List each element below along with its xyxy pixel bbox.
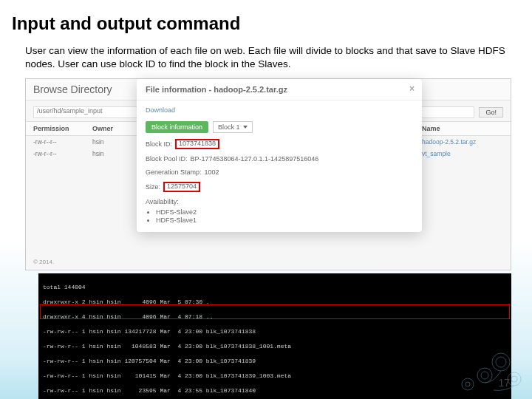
- block-info-badge: Block information: [146, 121, 208, 133]
- list-item: HDFS-Slave2: [156, 208, 413, 216]
- terminal-highlight-box: [40, 304, 510, 319]
- block-id-value-highlight: 1073741838: [175, 139, 219, 149]
- cell-permission: -rw-r--r--: [33, 138, 92, 146]
- terminal-line: -rw-rw-r-- 1 hsin hsin 134217728 Mar 4 2…: [43, 328, 507, 335]
- copyright-text: © 2014.: [33, 259, 54, 265]
- slide-title: Input and output command: [0, 0, 532, 40]
- block-select-value: Block 1: [218, 123, 240, 131]
- cell-permission: -rw-r--r--: [33, 150, 92, 157]
- download-link[interactable]: Download: [146, 106, 413, 114]
- col-name: Name: [422, 125, 503, 132]
- terminal-line: -rw-rw-r-- 1 hsin hsin 23595 Mar 4 23:55…: [43, 387, 507, 395]
- terminal-line: -rw-rw-r-- 1 hsin hsin 1048583 Mar 4 23:…: [43, 343, 507, 350]
- cell-name-link[interactable]: vt_sample: [422, 150, 503, 157]
- svg-point-5: [511, 376, 517, 382]
- block-pool-label: Block Pool ID:: [146, 155, 188, 163]
- block-pool-value: BP-1774538064-127.0.1.1-1425897516046: [191, 155, 319, 163]
- modal-title: File information - hadoop-2.5.2.tar.gz: [146, 85, 287, 94]
- chevron-down-icon: [243, 126, 248, 129]
- terminal-line: -rw-rw-r-- 1 hsin hsin 120757504 Mar 4 2…: [43, 358, 507, 365]
- go-button[interactable]: Go!: [479, 107, 503, 117]
- block-id-label: Block ID:: [146, 140, 172, 148]
- gen-stamp-label: Generation Stamp:: [146, 168, 202, 176]
- browser-panel: Browse Directory /user/hd/sample_input G…: [25, 78, 511, 270]
- screenshot-composite: Browse Directory /user/hd/sample_input G…: [25, 78, 511, 270]
- modal-header: File information - hadoop-2.5.2.tar.gz ×: [137, 79, 422, 100]
- file-info-modal: File information - hadoop-2.5.2.tar.gz ×…: [137, 79, 422, 232]
- terminal-line: -rw-rw-r-- 1 hsin hsin 101415 Mar 4 23:0…: [43, 372, 507, 380]
- size-value-highlight: 12575704: [163, 182, 200, 192]
- page-number: 17: [498, 377, 510, 389]
- close-icon[interactable]: ×: [409, 83, 415, 94]
- cell-name-link[interactable]: hadoop-2.5.2.tar.gz: [422, 138, 503, 146]
- size-label: Size:: [146, 183, 160, 191]
- slide-body-text: User can view the information of each fi…: [0, 40, 532, 71]
- availability-list: HDFS-Slave2 HDFS-Slave1: [156, 208, 413, 224]
- block-select[interactable]: Block 1: [213, 121, 253, 133]
- list-item: HDFS-Slave1: [156, 216, 413, 224]
- terminal-output: total 144004 drwxrwxr-x 2 hsin hsin 4096…: [38, 273, 511, 399]
- col-permission: Permission: [33, 125, 92, 132]
- gen-stamp-value: 1002: [205, 168, 219, 176]
- terminal-line: total 144004: [43, 284, 507, 291]
- availability-label: Availability:: [146, 198, 413, 205]
